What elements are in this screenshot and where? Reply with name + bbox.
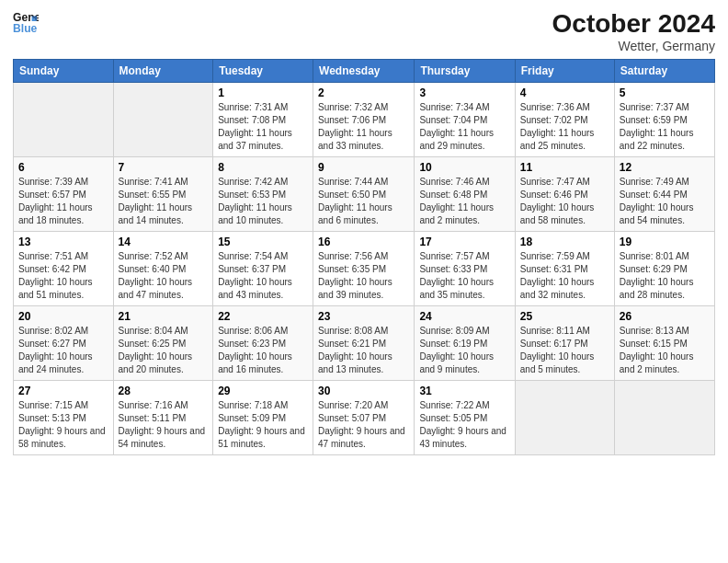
calendar-cell: 2Sunrise: 7:32 AM Sunset: 7:06 PM Daylig… xyxy=(313,83,415,157)
day-info: Sunrise: 7:39 AM Sunset: 6:57 PM Dayligh… xyxy=(18,176,108,227)
calendar-cell: 27Sunrise: 7:15 AM Sunset: 5:13 PM Dayli… xyxy=(14,381,114,455)
day-number: 25 xyxy=(520,310,609,323)
day-number: 26 xyxy=(620,310,710,323)
calendar-cell: 9Sunrise: 7:44 AM Sunset: 6:50 PM Daylig… xyxy=(313,157,415,232)
day-number: 28 xyxy=(119,385,209,397)
col-sunday: Sunday xyxy=(14,60,114,83)
day-number: 7 xyxy=(119,161,209,174)
day-info: Sunrise: 8:11 AM Sunset: 6:17 PM Dayligh… xyxy=(520,325,609,376)
day-number: 8 xyxy=(218,161,308,174)
day-info: Sunrise: 7:59 AM Sunset: 6:31 PM Dayligh… xyxy=(520,250,609,302)
day-info: Sunrise: 7:57 AM Sunset: 6:33 PM Dayligh… xyxy=(419,250,509,302)
day-info: Sunrise: 7:49 AM Sunset: 6:44 PM Dayligh… xyxy=(620,176,710,227)
day-info: Sunrise: 7:31 AM Sunset: 7:08 PM Dayligh… xyxy=(218,101,308,153)
day-number: 15 xyxy=(218,236,308,248)
day-info: Sunrise: 7:18 AM Sunset: 5:09 PM Dayligh… xyxy=(218,399,308,451)
day-number: 18 xyxy=(520,236,609,248)
title-section: October 2024 Wetter, Germany xyxy=(552,9,715,53)
calendar-cell: 8Sunrise: 7:42 AM Sunset: 6:53 PM Daylig… xyxy=(213,157,313,232)
day-number: 6 xyxy=(18,161,108,174)
calendar-cell: 31Sunrise: 7:22 AM Sunset: 5:05 PM Dayli… xyxy=(415,381,515,455)
page: General Blue October 2024 Wetter, German… xyxy=(0,0,728,563)
day-number: 31 xyxy=(419,385,509,397)
day-number: 14 xyxy=(119,236,209,248)
calendar-cell: 25Sunrise: 8:11 AM Sunset: 6:17 PM Dayli… xyxy=(515,306,614,381)
col-friday: Friday xyxy=(515,60,614,83)
calendar-cell: 10Sunrise: 7:46 AM Sunset: 6:48 PM Dayli… xyxy=(415,157,515,232)
day-info: Sunrise: 7:37 AM Sunset: 6:59 PM Dayligh… xyxy=(620,101,710,153)
calendar-cell: 24Sunrise: 8:09 AM Sunset: 6:19 PM Dayli… xyxy=(415,306,515,381)
calendar-cell: 7Sunrise: 7:41 AM Sunset: 6:55 PM Daylig… xyxy=(113,157,213,232)
col-thursday: Thursday xyxy=(415,60,515,83)
day-info: Sunrise: 7:41 AM Sunset: 6:55 PM Dayligh… xyxy=(119,176,209,227)
day-info: Sunrise: 7:16 AM Sunset: 5:11 PM Dayligh… xyxy=(119,399,209,451)
day-number: 22 xyxy=(218,310,308,323)
calendar-cell: 1Sunrise: 7:31 AM Sunset: 7:08 PM Daylig… xyxy=(213,83,313,157)
week-row-1: 1Sunrise: 7:31 AM Sunset: 7:08 PM Daylig… xyxy=(14,83,715,157)
day-info: Sunrise: 8:09 AM Sunset: 6:19 PM Dayligh… xyxy=(419,325,509,376)
week-row-2: 6Sunrise: 7:39 AM Sunset: 6:57 PM Daylig… xyxy=(14,157,715,232)
location: Wetter, Germany xyxy=(552,39,715,53)
day-info: Sunrise: 7:52 AM Sunset: 6:40 PM Dayligh… xyxy=(119,250,209,302)
day-info: Sunrise: 7:32 AM Sunset: 7:06 PM Dayligh… xyxy=(318,101,409,153)
day-number: 9 xyxy=(318,161,409,174)
day-number: 24 xyxy=(419,310,509,323)
day-number: 12 xyxy=(620,161,710,174)
logo-icon: General Blue xyxy=(13,9,39,35)
day-info: Sunrise: 8:08 AM Sunset: 6:21 PM Dayligh… xyxy=(318,325,409,376)
calendar-cell: 30Sunrise: 7:20 AM Sunset: 5:07 PM Dayli… xyxy=(313,381,415,455)
day-number: 20 xyxy=(18,310,108,323)
calendar-cell: 6Sunrise: 7:39 AM Sunset: 6:57 PM Daylig… xyxy=(14,157,114,232)
col-saturday: Saturday xyxy=(614,60,714,83)
calendar-cell xyxy=(14,83,114,157)
day-number: 4 xyxy=(520,86,609,99)
calendar-cell: 5Sunrise: 7:37 AM Sunset: 6:59 PM Daylig… xyxy=(614,83,714,157)
day-info: Sunrise: 7:36 AM Sunset: 7:02 PM Dayligh… xyxy=(520,101,609,153)
calendar-cell: 26Sunrise: 8:13 AM Sunset: 6:15 PM Dayli… xyxy=(614,306,714,381)
day-number: 2 xyxy=(318,86,409,99)
calendar-cell xyxy=(614,381,714,455)
svg-text:Blue: Blue xyxy=(13,22,38,35)
calendar-cell: 4Sunrise: 7:36 AM Sunset: 7:02 PM Daylig… xyxy=(515,83,614,157)
header-row: Sunday Monday Tuesday Wednesday Thursday… xyxy=(14,60,715,83)
day-number: 27 xyxy=(18,385,108,397)
day-info: Sunrise: 7:20 AM Sunset: 5:07 PM Dayligh… xyxy=(318,399,409,451)
day-number: 11 xyxy=(520,161,609,174)
day-number: 23 xyxy=(318,310,409,323)
day-info: Sunrise: 8:04 AM Sunset: 6:25 PM Dayligh… xyxy=(119,325,209,376)
day-number: 16 xyxy=(318,236,409,248)
calendar-cell: 17Sunrise: 7:57 AM Sunset: 6:33 PM Dayli… xyxy=(415,232,515,306)
day-number: 13 xyxy=(18,236,108,248)
day-number: 5 xyxy=(620,86,710,99)
day-number: 19 xyxy=(620,236,710,248)
week-row-5: 27Sunrise: 7:15 AM Sunset: 5:13 PM Dayli… xyxy=(14,381,715,455)
calendar-cell: 12Sunrise: 7:49 AM Sunset: 6:44 PM Dayli… xyxy=(614,157,714,232)
day-info: Sunrise: 8:06 AM Sunset: 6:23 PM Dayligh… xyxy=(218,325,308,376)
day-number: 30 xyxy=(318,385,409,397)
day-info: Sunrise: 8:13 AM Sunset: 6:15 PM Dayligh… xyxy=(620,325,710,376)
calendar-cell: 29Sunrise: 7:18 AM Sunset: 5:09 PM Dayli… xyxy=(213,381,313,455)
day-info: Sunrise: 7:56 AM Sunset: 6:35 PM Dayligh… xyxy=(318,250,409,302)
day-info: Sunrise: 8:02 AM Sunset: 6:27 PM Dayligh… xyxy=(18,325,108,376)
day-number: 21 xyxy=(119,310,209,323)
calendar-cell: 23Sunrise: 8:08 AM Sunset: 6:21 PM Dayli… xyxy=(313,306,415,381)
header: General Blue October 2024 Wetter, German… xyxy=(13,9,715,53)
day-number: 17 xyxy=(419,236,509,248)
day-info: Sunrise: 7:15 AM Sunset: 5:13 PM Dayligh… xyxy=(18,399,108,451)
calendar-cell: 19Sunrise: 8:01 AM Sunset: 6:29 PM Dayli… xyxy=(614,232,714,306)
calendar-cell: 16Sunrise: 7:56 AM Sunset: 6:35 PM Dayli… xyxy=(313,232,415,306)
day-info: Sunrise: 7:47 AM Sunset: 6:46 PM Dayligh… xyxy=(520,176,609,227)
col-tuesday: Tuesday xyxy=(213,60,313,83)
calendar-cell: 22Sunrise: 8:06 AM Sunset: 6:23 PM Dayli… xyxy=(213,306,313,381)
col-wednesday: Wednesday xyxy=(313,60,415,83)
calendar-cell: 28Sunrise: 7:16 AM Sunset: 5:11 PM Dayli… xyxy=(113,381,213,455)
day-info: Sunrise: 7:51 AM Sunset: 6:42 PM Dayligh… xyxy=(18,250,108,302)
calendar-table: Sunday Monday Tuesday Wednesday Thursday… xyxy=(13,59,715,455)
day-info: Sunrise: 7:44 AM Sunset: 6:50 PM Dayligh… xyxy=(318,176,409,227)
day-info: Sunrise: 8:01 AM Sunset: 6:29 PM Dayligh… xyxy=(620,250,710,302)
day-info: Sunrise: 7:22 AM Sunset: 5:05 PM Dayligh… xyxy=(419,399,509,451)
day-number: 1 xyxy=(218,86,308,99)
calendar-cell xyxy=(113,83,213,157)
calendar-cell: 15Sunrise: 7:54 AM Sunset: 6:37 PM Dayli… xyxy=(213,232,313,306)
day-number: 29 xyxy=(218,385,308,397)
